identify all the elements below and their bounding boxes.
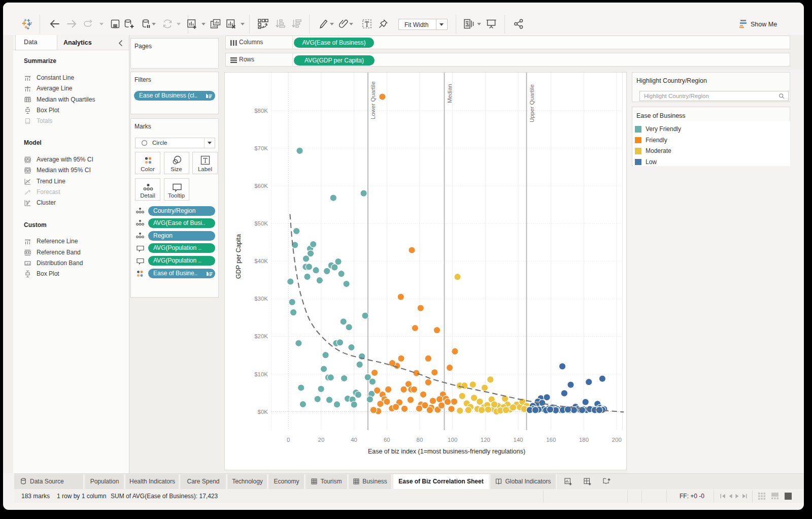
- svg-text:$40K: $40K: [254, 258, 268, 264]
- svg-text:200: 200: [612, 437, 622, 443]
- svg-text:$80K: $80K: [254, 107, 268, 113]
- svg-text:0: 0: [287, 437, 290, 443]
- svg-text:140: 140: [514, 437, 523, 443]
- svg-text:Lower Quartile: Lower Quartile: [370, 81, 376, 119]
- svg-text:100: 100: [448, 437, 457, 443]
- svg-text:60: 60: [384, 437, 390, 443]
- svg-text:160: 160: [546, 437, 556, 443]
- svg-text:20: 20: [318, 437, 325, 443]
- svg-text:$70K: $70K: [254, 145, 268, 151]
- svg-text:Ease of biz index (1=most busi: Ease of biz index (1=most business-frien…: [368, 448, 525, 455]
- svg-text:40: 40: [351, 437, 357, 443]
- svg-text:$10K: $10K: [254, 371, 268, 377]
- svg-text:$20K: $20K: [254, 333, 268, 339]
- svg-text:120: 120: [481, 437, 490, 443]
- svg-text:$30K: $30K: [254, 296, 268, 302]
- svg-text:Upper Quartile: Upper Quartile: [529, 84, 535, 122]
- svg-text:$0K: $0K: [258, 408, 268, 414]
- svg-text:80: 80: [417, 437, 423, 443]
- svg-text:Median: Median: [447, 84, 453, 103]
- svg-text:180: 180: [579, 437, 589, 443]
- svg-text:$60K: $60K: [254, 183, 268, 189]
- svg-text:$50K: $50K: [254, 220, 268, 226]
